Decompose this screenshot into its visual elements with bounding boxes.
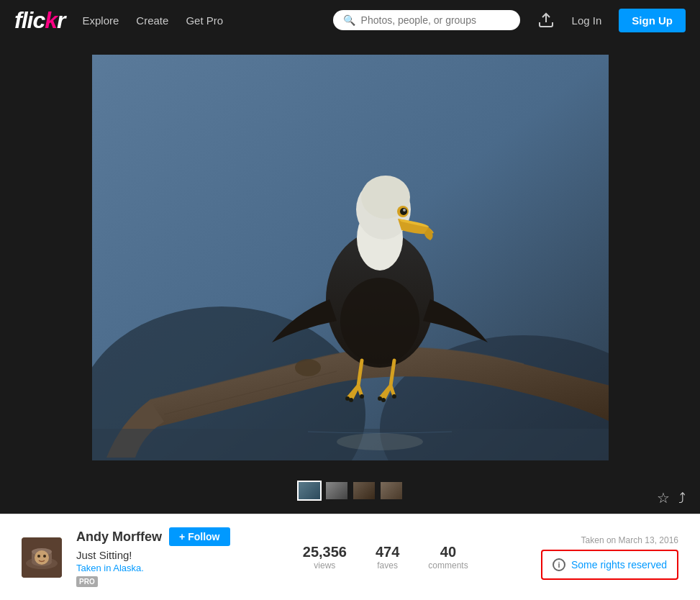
main-photo xyxy=(92,55,609,460)
search-input[interactable] xyxy=(361,14,510,26)
user-name: Andy Morffew xyxy=(76,529,162,545)
svg-point-20 xyxy=(337,433,423,450)
svg-point-28 xyxy=(43,555,46,558)
svg-point-12 xyxy=(403,209,406,212)
navbar: flickr Explore Create Get Pro 🔍 Log In S… xyxy=(0,0,700,40)
action-icons: ☆ ⤴ xyxy=(657,489,686,506)
taken-text: Taken on March 13, 2016 xyxy=(541,535,678,545)
thumbnail-2[interactable] xyxy=(324,481,349,501)
svg-point-14 xyxy=(345,396,350,401)
search-bar[interactable]: 🔍 xyxy=(333,10,520,30)
follow-label: Follow xyxy=(188,531,219,542)
follow-button[interactable]: + Follow xyxy=(169,527,230,546)
rights-area: Taken on March 13, 2016 i Some rights re… xyxy=(541,535,678,580)
nav-explore[interactable]: Explore xyxy=(82,14,119,27)
thumbnail-row: ☆ ⤴ xyxy=(0,468,700,514)
thumbnail-strip xyxy=(297,473,404,508)
signup-button[interactable]: Sign Up xyxy=(619,9,686,32)
faves-value: 474 xyxy=(376,544,399,560)
image-container xyxy=(0,40,700,468)
views-value: 25,356 xyxy=(303,544,347,560)
rights-link[interactable]: Some rights reserved xyxy=(571,559,667,571)
info-icon: i xyxy=(553,558,565,571)
stat-comments: 40 comments xyxy=(428,544,468,571)
svg-point-18 xyxy=(392,394,396,399)
rights-box[interactable]: i Some rights reserved xyxy=(541,550,678,580)
thumbnail-3[interactable] xyxy=(352,481,376,501)
flickr-logo[interactable]: flickr xyxy=(14,7,65,34)
photo-location[interactable]: Taken in Alaska. xyxy=(76,563,230,573)
upload-button[interactable] xyxy=(537,12,555,29)
svg-point-27 xyxy=(37,555,40,558)
svg-point-4 xyxy=(295,359,321,376)
comments-value: 40 xyxy=(428,544,468,560)
thumbnail-1[interactable] xyxy=(297,481,322,501)
stat-faves: 474 faves xyxy=(376,544,399,571)
login-button[interactable]: Log In xyxy=(572,14,602,27)
avatar[interactable] xyxy=(22,537,62,578)
svg-point-6 xyxy=(340,278,419,364)
faves-label: faves xyxy=(376,560,399,571)
svg-point-15 xyxy=(360,394,364,399)
svg-point-26 xyxy=(35,550,49,565)
share-button[interactable]: ⤴ xyxy=(678,489,686,506)
pro-badge: PRO xyxy=(76,576,98,587)
favorite-button[interactable]: ☆ xyxy=(657,489,670,506)
info-bar: Andy Morffew + Follow Just Sitting! Take… xyxy=(0,514,700,600)
stat-views: 25,356 views xyxy=(303,544,347,571)
user-name-row: Andy Morffew + Follow xyxy=(76,527,230,546)
nav-getpro[interactable]: Get Pro xyxy=(186,14,223,27)
user-info: Andy Morffew + Follow Just Sitting! Take… xyxy=(76,527,230,587)
search-icon: 🔍 xyxy=(343,14,355,26)
comments-label: comments xyxy=(428,560,468,571)
photo-title: Just Sitting! xyxy=(76,549,230,561)
nav-create[interactable]: Create xyxy=(136,14,168,27)
svg-point-17 xyxy=(378,396,382,401)
stats-area: 25,356 views 474 faves 40 comments xyxy=(245,544,527,571)
views-label: views xyxy=(303,560,347,571)
follow-plus: + xyxy=(179,531,185,542)
thumbnail-4[interactable] xyxy=(379,481,404,501)
